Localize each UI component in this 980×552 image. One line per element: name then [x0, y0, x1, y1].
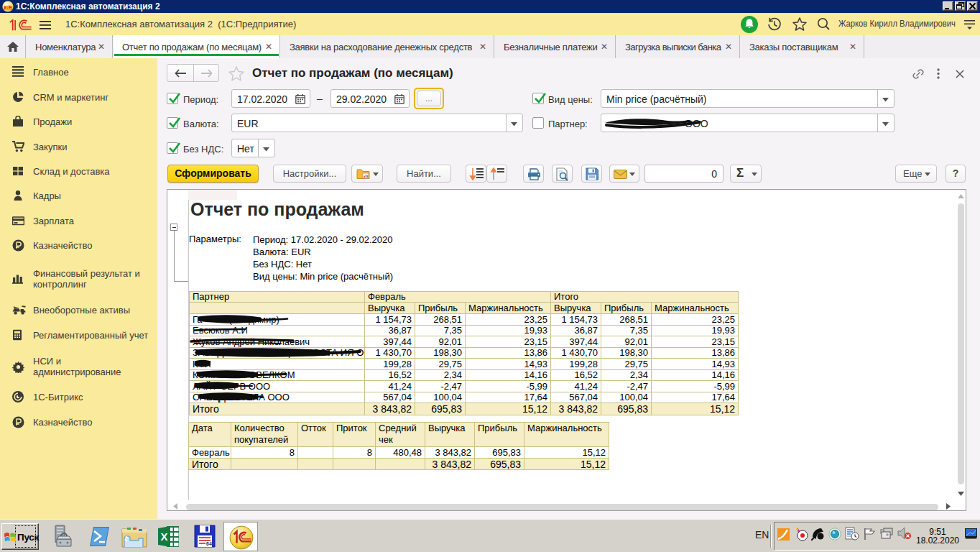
- svg-text:X: X: [161, 530, 168, 543]
- svg-text:C: C: [7, 4, 11, 11]
- svg-text:64·: 64·: [206, 541, 213, 546]
